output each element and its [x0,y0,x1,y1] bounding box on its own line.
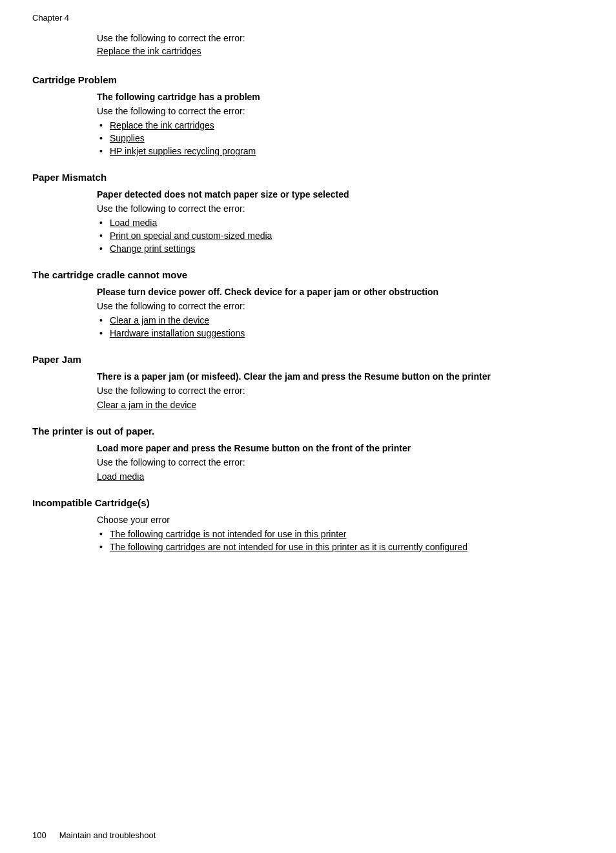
section-content-paper-jam: There is a paper jam (or misfeed). Clear… [97,371,584,410]
section-title-out-of-paper: The printer is out of paper. [32,426,584,437]
list-item: Clear a jam in the device [97,315,584,325]
subsection-title-out-of-paper: Load more paper and press the Resume but… [97,443,584,453]
section-content-cartridge-problem: The following cartridge has a problem Us… [97,92,584,156]
list-item: The following cartridges are not intende… [97,542,584,552]
incompatible-intro-text: Choose your error [97,515,584,525]
page: Chapter 4 Use the following to correct t… [0,0,616,853]
link-print-special[interactable]: Print on special and custom-sized media [110,231,272,241]
link-change-print[interactable]: Change print settings [110,243,195,254]
footer: 100 Maintain and troubleshoot [32,830,584,840]
use-following-paper-jam: Use the following to correct the error: [97,385,584,396]
link-not-intended[interactable]: The following cartridge is not intended … [110,529,347,539]
list-item: The following cartridge is not intended … [97,529,584,539]
list-item: Replace the ink cartridges [97,120,584,130]
intro-link[interactable]: Replace the ink cartridges [97,46,201,56]
section-out-of-paper: The printer is out of paper. Load more p… [32,426,584,482]
list-item: Print on special and custom-sized media [97,231,584,241]
section-cartridge-cradle: The cartridge cradle cannot move Please … [32,269,584,338]
bullet-list-cartridge-cradle: Clear a jam in the device Hardware insta… [97,315,584,338]
use-following-cartridge-cradle: Use the following to correct the error: [97,301,584,311]
section-title-paper-jam: Paper Jam [32,354,584,365]
section-title-cartridge-cradle: The cartridge cradle cannot move [32,269,584,280]
section-title-paper-mismatch: Paper Mismatch [32,172,584,183]
link-load-media-paper[interactable]: Load media [97,471,144,482]
intro-use-following: Use the following to correct the error: [97,33,584,43]
intro-block: Use the following to correct the error: … [97,33,584,56]
section-title-incompatible-cartridge: Incompatible Cartridge(s) [32,497,584,508]
section-paper-mismatch: Paper Mismatch Paper detected does not m… [32,172,584,254]
link-load-media[interactable]: Load media [110,218,157,228]
section-content-cartridge-cradle: Please turn device power off. Check devi… [97,287,584,338]
section-cartridge-problem: Cartridge Problem The following cartridg… [32,74,584,156]
link-clear-jam-cradle[interactable]: Clear a jam in the device [110,315,209,325]
section-content-out-of-paper: Load more paper and press the Resume but… [97,443,584,482]
section-paper-jam: Paper Jam There is a paper jam (or misfe… [32,354,584,410]
footer-page-number: 100 [32,830,46,840]
list-item: Supplies [97,133,584,143]
use-following-cartridge-problem: Use the following to correct the error: [97,106,584,116]
use-following-out-of-paper: Use the following to correct the error: [97,457,584,468]
footer-text: Maintain and troubleshoot [59,830,156,840]
link-not-intended-configured[interactable]: The following cartridges are not intende… [110,542,467,552]
chapter-label: Chapter 4 [32,13,584,23]
list-item: HP inkjet supplies recycling program [97,146,584,156]
subsection-title-cartridge-problem: The following cartridge has a problem [97,92,584,102]
section-title-cartridge-problem: Cartridge Problem [32,74,584,85]
section-incompatible-cartridge: Incompatible Cartridge(s) Choose your er… [32,497,584,552]
subsection-title-paper-jam: There is a paper jam (or misfeed). Clear… [97,371,584,382]
subsection-title-paper-mismatch: Paper detected does not match paper size… [97,189,584,200]
link-replace-ink[interactable]: Replace the ink cartridges [110,120,214,130]
list-item: Change print settings [97,243,584,254]
bullet-list-cartridge-problem: Replace the ink cartridges Supplies HP i… [97,120,584,156]
list-item: Load media [97,218,584,228]
bullet-list-incompatible: The following cartridge is not intended … [97,529,584,552]
section-content-paper-mismatch: Paper detected does not match paper size… [97,189,584,254]
link-hp-recycling[interactable]: HP inkjet supplies recycling program [110,146,256,156]
link-hardware-install[interactable]: Hardware installation suggestions [110,328,245,338]
link-clear-jam[interactable]: Clear a jam in the device [97,400,196,410]
link-supplies[interactable]: Supplies [110,133,145,143]
list-item: Hardware installation suggestions [97,328,584,338]
section-content-incompatible-cartridge: Choose your error The following cartridg… [97,515,584,552]
use-following-paper-mismatch: Use the following to correct the error: [97,203,584,214]
subsection-title-cartridge-cradle: Please turn device power off. Check devi… [97,287,584,297]
bullet-list-paper-mismatch: Load media Print on special and custom-s… [97,218,584,254]
